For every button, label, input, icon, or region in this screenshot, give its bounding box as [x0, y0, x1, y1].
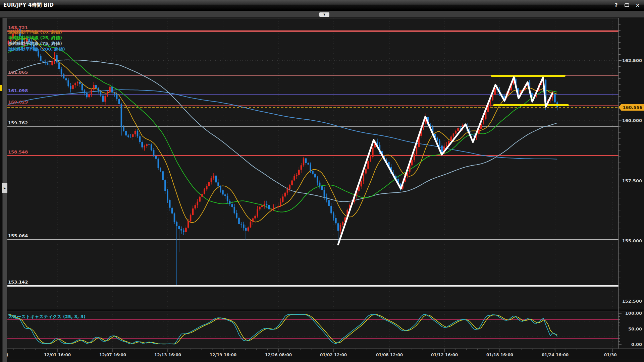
chart-window: EUR/JPY 4時間 BID ? × ▼ ▶ 163.721161.86516…	[0, 0, 644, 362]
top-strip: ▼	[0, 11, 644, 18]
window-buttons: ? ×	[612, 2, 644, 9]
chart-svg	[0, 0, 644, 362]
maximize-icon	[625, 3, 629, 7]
left-rail: ▶	[0, 18, 7, 362]
help-button[interactable]: ?	[612, 2, 620, 9]
window-title: EUR/JPY 4時間 BID	[0, 2, 54, 8]
left-price-marker	[0, 85, 2, 91]
close-button[interactable]: ×	[634, 2, 641, 9]
title-bar: EUR/JPY 4時間 BID ? ×	[0, 0, 644, 11]
expand-sidebar-button[interactable]: ▶	[2, 183, 7, 193]
maximize-button[interactable]	[623, 2, 631, 9]
collapse-panel-button[interactable]: ▼	[319, 12, 329, 17]
candlestick-chart[interactable]	[0, 0, 644, 362]
